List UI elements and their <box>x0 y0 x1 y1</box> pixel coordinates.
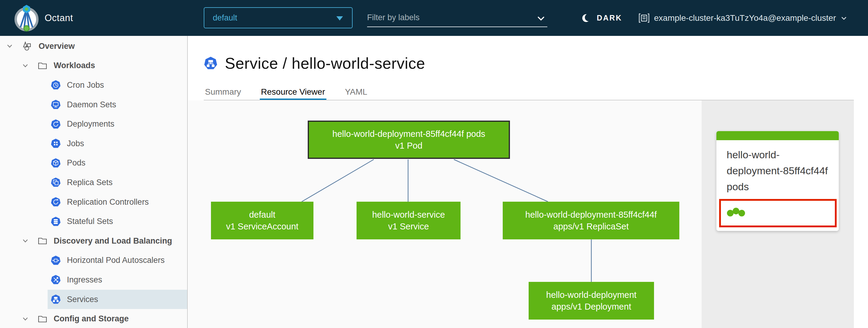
sidebar-item-horizontal-pod-autoscalers[interactable]: Horizontal Pod Autoscalers <box>0 251 187 270</box>
pod-icon <box>51 158 61 168</box>
pod-status-highlight[interactable] <box>719 199 837 227</box>
label-filter-input[interactable]: Filter by labels <box>367 8 547 27</box>
sidebar-item-overview[interactable]: Overview <box>0 36 187 56</box>
sidebar-item-label: Services <box>67 295 98 304</box>
page-title: Service / hello-world-service <box>204 54 425 72</box>
node-sublabel: v1 Service <box>388 221 429 233</box>
app-title: Octant <box>44 0 73 36</box>
folder-icon <box>37 236 48 246</box>
tab-resource-viewer[interactable]: Resource Viewer <box>260 85 327 100</box>
graph-node-replicaset[interactable]: hello-world-deployment-85ff4cf44f apps/v… <box>503 202 679 239</box>
sidebar-item-label: Replication Controllers <box>67 198 149 207</box>
card-title: hello-world-deployment-85ff4cf44f pods <box>716 140 839 198</box>
deployment-icon <box>51 119 61 129</box>
chevron-down-icon[interactable] <box>5 42 14 50</box>
node-sublabel: v1 Pod <box>395 140 422 152</box>
sidebar-item-daemon-sets[interactable]: Daemon Sets <box>0 95 187 115</box>
sidebar-item-label: Deployments <box>67 119 115 129</box>
tab-summary[interactable]: Summary <box>204 85 242 100</box>
sidebar-item-replication-controllers[interactable]: Replication Controllers <box>0 192 187 212</box>
moon-icon <box>581 13 592 24</box>
sidebar-item-label: Daemon Sets <box>67 100 116 110</box>
node-label: hello-world-service <box>372 209 445 221</box>
sidebar-item-workloads[interactable]: Workloads <box>0 56 187 76</box>
sidebar-item-pods[interactable]: Pods <box>0 153 187 173</box>
cluster-name: example-cluster-ka3TuTzYo4a@example-clus… <box>654 13 836 23</box>
sidebar-item-label: Stateful Sets <box>67 217 113 226</box>
folder-icon <box>37 61 48 71</box>
sidebar-item-config-and-storage[interactable]: Config and Storage <box>0 309 187 328</box>
graph-node-service[interactable]: hello-world-service v1 Service <box>356 202 461 239</box>
pod-ok-dot <box>738 210 745 216</box>
cluster-selector[interactable]: example-cluster-ka3TuTzYo4a@example-clus… <box>638 0 847 36</box>
sidebar-item-replica-sets[interactable]: Replica Sets <box>0 173 187 192</box>
node-label: default <box>249 209 275 221</box>
chevron-down-icon[interactable] <box>21 315 30 323</box>
node-sublabel: v1 ServiceAccount <box>226 221 299 233</box>
daemonset-icon <box>51 99 61 110</box>
pod-status-card[interactable]: hello-world-deployment-85ff4cf44f pods <box>716 131 839 231</box>
pod-status-dots <box>727 210 745 216</box>
namespace-value: default <box>213 13 237 23</box>
detail-side-panel: hello-world-deployment-85ff4cf44f pods <box>702 100 854 328</box>
sidebar-navigation: OverviewWorkloadsCron JobsDaemon SetsDep… <box>0 36 188 328</box>
sidebar-item-label: Replica Sets <box>67 178 113 187</box>
caret-down-icon <box>336 16 343 21</box>
sidebar-item-label: Jobs <box>67 139 84 148</box>
sidebar-item-jobs[interactable]: Jobs <box>0 134 187 153</box>
app-header: Octant default Filter by labels DARK exa… <box>0 0 868 36</box>
sidebar-item-label: Config and Storage <box>54 314 129 324</box>
tab-yaml[interactable]: YAML <box>344 85 369 100</box>
sidebar-item-label: Ingresses <box>67 275 102 285</box>
node-label: hello-world-deployment <box>546 289 637 301</box>
cluster-icon <box>638 12 650 24</box>
sidebar-item-deployments[interactable]: Deployments <box>0 114 187 134</box>
sidebar-item-label: Overview <box>38 41 75 51</box>
theme-toggle-label: DARK <box>597 13 622 22</box>
job-icon <box>51 138 61 149</box>
sidebar-item-stateful-sets[interactable]: Stateful Sets <box>0 212 187 231</box>
graph-node-deployment[interactable]: hello-world-deployment apps/v1 Deploymen… <box>529 282 654 320</box>
namespace-dropdown[interactable]: default <box>204 7 352 28</box>
page-title-text: Service / hello-world-service <box>225 54 425 72</box>
octant-logo-icon <box>13 4 40 32</box>
service-icon <box>51 294 61 304</box>
replicaset-icon <box>51 177 61 187</box>
sidebar-item-cron-jobs[interactable]: Cron Jobs <box>0 76 187 95</box>
node-label: hello-world-deployment-85ff4cf44f pods <box>333 128 485 140</box>
chevron-down-icon[interactable] <box>536 13 546 24</box>
ingress-icon <box>51 275 61 285</box>
cronjob-icon <box>51 80 61 90</box>
chevron-down-icon[interactable] <box>21 237 30 245</box>
pod-ok-dot <box>733 208 739 214</box>
sidebar-item-discovery-and-load-balancing[interactable]: Discovery and Load Balancing <box>0 231 187 251</box>
sidebar-item-label: Pods <box>67 158 86 168</box>
replicationcontroller-icon <box>51 197 61 207</box>
sidebar-item-label: Discovery and Load Balancing <box>54 236 172 246</box>
folder-icon <box>37 314 48 324</box>
filter-placeholder: Filter by labels <box>367 13 420 22</box>
theme-toggle-button[interactable]: DARK <box>581 0 622 36</box>
hpa-icon <box>51 255 61 266</box>
applications-icon <box>22 41 33 51</box>
node-sublabel: apps/v1 ReplicaSet <box>553 221 629 233</box>
sidebar-item-label: Workloads <box>54 61 95 70</box>
sidebar-item-ingresses[interactable]: Ingresses <box>0 270 187 290</box>
card-status-bar <box>716 131 839 140</box>
sidebar-item-services[interactable]: Services <box>0 290 187 309</box>
tab-bar: Summary Resource Viewer YAML <box>204 85 386 100</box>
sidebar-item-label: Cron Jobs <box>67 81 104 90</box>
node-sublabel: apps/v1 Deployment <box>552 301 631 312</box>
sidebar-item-label: Horizontal Pod Autoscalers <box>67 256 164 265</box>
node-label: hello-world-deployment-85ff4cf44f <box>525 209 657 221</box>
statefulset-icon <box>51 216 61 227</box>
chevron-down-icon[interactable] <box>21 61 30 70</box>
service-icon <box>204 56 218 70</box>
graph-node-pod[interactable]: hello-world-deployment-85ff4cf44f pods v… <box>308 121 510 159</box>
graph-node-serviceaccount[interactable]: default v1 ServiceAccount <box>211 202 313 239</box>
chevron-down-icon <box>840 14 847 22</box>
